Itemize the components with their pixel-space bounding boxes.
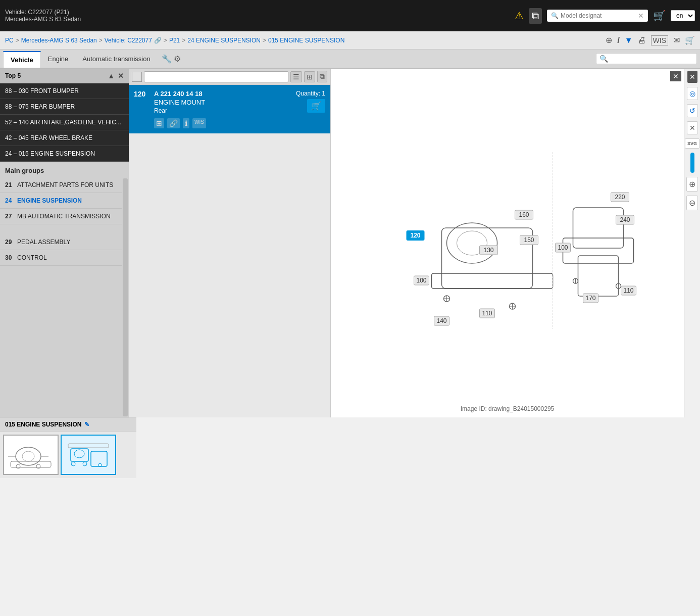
circle-icon[interactable]: ◎ <box>687 87 698 100</box>
wrench-icon[interactable]: 🔧 <box>162 54 172 64</box>
svg-label[interactable]: SVG <box>685 138 699 149</box>
breadcrumb-model[interactable]: Mercedes-AMG S 63 Sedan <box>21 37 97 44</box>
part-wis-icon[interactable]: WIS <box>192 118 206 128</box>
engine-diagram-svg: 120 130 150 160 100 110 <box>331 137 684 349</box>
part-link-icon[interactable]: 🔗 <box>167 118 180 128</box>
grid-view-icon[interactable]: ⊞ <box>304 71 315 82</box>
group-name-29: PEDAL ASSEMBLY <box>17 239 117 246</box>
top5-item-4[interactable]: 42 – 045 REAR WHEEL BRAKE <box>0 130 129 146</box>
close-panel-button[interactable]: ✕ <box>687 71 697 83</box>
part-table-icon[interactable]: ⊞ <box>154 118 164 128</box>
breadcrumb-015[interactable]: 015 ENGINE SUSPENSION <box>268 37 344 44</box>
top5-item-3[interactable]: 52 – 140 AIR INTAKE,GASOLINE VEHIC... <box>0 115 129 130</box>
svg-point-50 <box>74 450 84 458</box>
header-search-input[interactable] <box>561 12 638 19</box>
cart-icon[interactable]: 🛒 <box>653 10 666 22</box>
parts-checkbox[interactable] <box>132 72 142 82</box>
thumbnail-2[interactable] <box>61 435 116 475</box>
header: Vehicle: C222077 (P21) Mercedes-AMG S 63… <box>0 0 700 31</box>
add-to-cart-button[interactable]: 🛒 <box>307 99 325 113</box>
basket-icon[interactable]: 🛒 <box>685 35 695 45</box>
svg-text:100: 100 <box>416 277 426 284</box>
breadcrumb-pc[interactable]: PC <box>5 37 14 44</box>
top5-collapse-icon[interactable]: ▲ <box>108 72 115 80</box>
search-icon: 🔍 <box>551 12 559 19</box>
thumbnails-list <box>0 432 136 478</box>
svg-point-52 <box>71 462 75 466</box>
breadcrumb: PC > Mercedes-AMG S 63 Sedan > Vehicle: … <box>0 31 700 50</box>
filter-icon[interactable]: ▼ <box>625 36 633 45</box>
breadcrumb-p21[interactable]: P21 <box>169 37 180 44</box>
group-num-30: 30 <box>5 254 17 261</box>
zoom-out-rtool-icon[interactable]: ⊖ <box>686 196 698 210</box>
svg-rect-26 <box>563 238 634 263</box>
tab-vehicle[interactable]: Vehicle <box>3 51 41 68</box>
vehicle-info: Vehicle: C222077 (P21) Mercedes-AMG S 63… <box>5 9 81 23</box>
svg-rect-55 <box>68 444 109 448</box>
group-name-27: MB AUTOMATIC TRANSMISSION <box>17 213 117 220</box>
part-info: A 221 240 14 18 ENGINE MOUNT Rear ⊞ 🔗 ℹ … <box>154 90 291 128</box>
breadcrumb-engine-suspension[interactable]: 24 ENGINE SUSPENSION <box>187 37 261 44</box>
mail-icon[interactable]: ✉ <box>673 35 680 45</box>
svg-point-42 <box>16 447 41 465</box>
clear-search-icon[interactable]: ✕ <box>638 12 644 20</box>
copy-icon[interactable]: ⧉ <box>529 8 542 24</box>
zoom-in-icon[interactable]: ⊕ <box>606 35 612 45</box>
spacer <box>0 224 122 234</box>
part-row-selected: 120 A 221 240 14 18 ENGINE MOUNT Rear ⊞ … <box>129 85 330 133</box>
expand-icon[interactable]: ⧉ <box>317 71 327 82</box>
tab-search[interactable]: 🔍 <box>596 53 697 64</box>
warning-icon[interactable]: ⚠ <box>515 10 524 22</box>
tab-automatic-transmission[interactable]: Automatic transmission <box>75 51 157 67</box>
thumbnail-1[interactable] <box>3 435 59 475</box>
top5-list: 88 – 030 FRONT BUMPER 88 – 075 REAR BUMP… <box>0 83 129 162</box>
parts-toolbar: ☰ ⊞ ⧉ <box>129 69 330 85</box>
top5-controls: ▲ ✕ <box>108 72 124 80</box>
print-icon[interactable]: 🖨 <box>638 36 646 45</box>
vehicle-name: Mercedes-AMG S 63 Sedan <box>5 16 81 23</box>
list-view-icon[interactable]: ☰ <box>290 71 302 82</box>
top5-item-2[interactable]: 88 – 075 REAR BUMPER <box>0 99 129 115</box>
parts-search-input[interactable] <box>144 71 288 82</box>
part-info-icon[interactable]: ℹ <box>183 118 189 128</box>
vehicle-code: Vehicle: C222077 (P21) <box>5 9 81 16</box>
svg-text:220: 220 <box>615 194 625 201</box>
breadcrumb-vehicle[interactable]: Vehicle: C222077 <box>105 37 152 44</box>
cross-icon[interactable]: ✕ <box>687 121 698 134</box>
main-groups-header: Main groups <box>0 162 129 177</box>
history-icon[interactable]: ↺ <box>687 104 698 117</box>
gear-icon[interactable]: ⚙ <box>174 54 181 64</box>
svg-text:110: 110 <box>482 310 492 317</box>
vehicle-link-icon[interactable]: 🔗 <box>154 37 162 44</box>
svg-point-53 <box>83 462 87 466</box>
blue-bar-indicator[interactable] <box>690 153 694 173</box>
group-item-21[interactable]: 21 ATTACHMENT PARTS FOR UNITS <box>0 177 122 193</box>
tab-engine[interactable]: Engine <box>41 51 75 67</box>
part-name: ENGINE MOUNT <box>154 99 291 106</box>
header-search[interactable]: 🔍 ✕ <box>547 10 648 22</box>
tab-search-input[interactable] <box>608 55 684 62</box>
diagram-container: ✕ <box>331 69 684 417</box>
group-num-24: 24 <box>5 197 17 204</box>
wis-icon[interactable]: WIS <box>651 35 668 45</box>
group-item-24[interactable]: 24 ENGINE SUSPENSION <box>0 193 122 209</box>
bottom-section: 015 ENGINE SUSPENSION ✎ <box>0 417 136 478</box>
top5-item-1[interactable]: 88 – 030 FRONT BUMPER <box>0 83 129 99</box>
group-item-30[interactable]: 30 CONTROL <box>0 250 122 266</box>
part-code: A 221 240 14 18 <box>154 90 291 98</box>
info-icon[interactable]: i <box>617 36 619 45</box>
svg-rect-27 <box>578 256 619 296</box>
top5-title: Top 5 <box>5 72 21 79</box>
top5-item-5[interactable]: 24 – 015 ENGINE SUSPENSION <box>0 146 129 162</box>
group-item-29[interactable]: 29 PEDAL ASSEMBLY <box>0 234 122 250</box>
thumbnail-1-image <box>4 436 58 474</box>
sidebar-scrollbar[interactable] <box>123 178 128 416</box>
svg-rect-48 <box>11 461 51 467</box>
groups-list: 21 ATTACHMENT PARTS FOR UNITS 24 ENGINE … <box>0 177 122 417</box>
image-close-button[interactable]: ✕ <box>670 71 681 81</box>
edit-icon[interactable]: ✎ <box>84 421 89 428</box>
language-selector[interactable]: en de <box>671 10 695 21</box>
top5-close-icon[interactable]: ✕ <box>118 72 124 80</box>
zoom-in-rtool-icon[interactable]: ⊕ <box>686 177 698 192</box>
group-item-27[interactable]: 27 MB AUTOMATIC TRANSMISSION <box>0 209 122 224</box>
